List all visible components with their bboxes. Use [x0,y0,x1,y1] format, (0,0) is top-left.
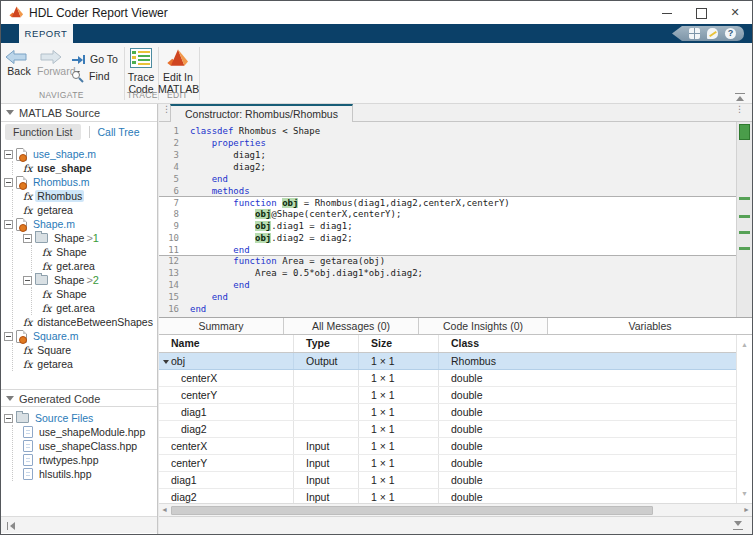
var-size: 1 × 1 [359,387,439,403]
collapse-ribbon-icon[interactable] [734,93,746,102]
matlab-file-icon [16,176,27,189]
code-text: obj@Shape(centerX,centerY); [179,208,401,220]
code-token: = Rhombus(diag1,diag2,centerX,centerY) [298,198,509,208]
find-button[interactable]: Find [71,70,117,83]
var-row-diag2[interactable]: diag21 × 1double [159,421,736,438]
horizontal-scrollbar[interactable]: ◄ ► [159,503,752,516]
tree-item-get-area[interactable]: fxget.area [42,259,157,273]
tree-item-label: Shape.m [31,218,77,230]
tree-item-use-shape-m[interactable]: use_shape.m [4,147,157,161]
code-text: obj.diag2 = diag2; [179,232,353,244]
document-icon [23,454,33,466]
var-row-centery[interactable]: centerYInput1 × 1double [159,455,736,472]
line-number: 8 [159,208,179,220]
tree-item-shape-2[interactable]: Shape > 2 [23,273,157,287]
tree-item-use-shapemodule-hpp[interactable]: use_shapeModule.hpp [23,425,157,439]
var-row-diag1[interactable]: diag11 × 1double [159,404,736,421]
close-button[interactable] [718,1,752,24]
tree-item-label: getarea [35,204,75,216]
tree-expander-icon [4,414,13,423]
tree-item-getarea[interactable]: fxgetarea [23,357,157,371]
document-icon [23,426,33,438]
function-icon: fx [23,163,32,174]
tree-item-hlsutils-hpp[interactable]: hlsutils.hpp [23,467,157,481]
var-name: centerY [159,455,294,471]
tab-strip-handle-icon[interactable]: ⋮ [162,107,167,119]
matlab-source-header[interactable]: MATLAB Source [1,104,157,122]
function-icon: fx [23,317,32,328]
ribbon-tab-report[interactable]: REPORT [19,24,73,43]
var-row-diag1[interactable]: diag1Input1 × 1double [159,472,736,489]
tab-variables[interactable]: Variables [548,318,752,334]
tree-children: use_shapeModule.hppuse_shapeClass.hpprtw… [12,425,157,481]
tab-code-insights-0[interactable]: Code Insights (0) [419,318,548,334]
tree-item-shape[interactable]: fxShape [42,245,157,259]
tree-item-label: get.area [54,302,97,314]
code-text: function Area = getarea(obj) [179,255,385,267]
tree-children: fxShapefxget.area [31,245,157,273]
tree-item-shape-1[interactable]: Shape > 1 [23,231,157,245]
tree-item-get-area[interactable]: fxget.area [42,301,157,315]
trace-annotation-bar[interactable] [736,122,752,317]
trace-highlight-obj[interactable]: obj [255,233,271,243]
tree-item-shape-m[interactable]: Shape.m [4,217,157,231]
minimize-button[interactable] [650,1,684,24]
var-size: 1 × 1 [359,489,439,503]
keyword: end [212,174,228,184]
tab-function-list[interactable]: Function List [5,124,81,140]
collapse-panel-left-icon[interactable] [7,522,16,530]
code-line-12: 12 function Area = getarea(obj) [159,255,736,267]
tree-item-rhombus-m[interactable]: Rhombus.m [4,175,157,189]
var-row-centerx[interactable]: centerX1 × 1double [159,370,736,387]
tree-children: fxuse_shape [12,161,157,175]
feedback-icon[interactable] [707,28,718,39]
tree-item-square[interactable]: fxSquare [23,343,157,357]
group-label-navigate: NAVIGATE [39,90,84,100]
forward-button[interactable]: Forward [35,49,69,77]
scroll-right-icon[interactable]: ► [743,506,750,513]
toolbar-separator [199,47,200,100]
scrollbar-thumb[interactable] [171,506,653,515]
tree-item-rhombus[interactable]: fxRhombus [23,189,157,203]
var-row-obj[interactable]: objOutput1 × 1Rhombus [159,353,736,370]
edit-in-matlab-button[interactable]: Edit In MATLAB [155,48,201,95]
var-row-centerx[interactable]: centerXInput1 × 1double [159,438,736,455]
keyword: end [233,280,249,290]
var-row-diag2[interactable]: diag2Input1 × 1double [159,489,736,503]
bottom-tabs: SummaryAll Messages (0)Code Insights (0)… [159,318,752,335]
tree-item-distancebetweenshapes[interactable]: fxdistanceBetweenShapes [23,315,157,329]
tree-item-use-shapeclass-hpp[interactable]: use_shapeClass.hpp [23,439,157,453]
layout-grid-icon[interactable] [689,28,700,39]
tree-item-rtwtypes-hpp[interactable]: rtwtypes.hpp [23,453,157,467]
trace-highlight-obj[interactable]: obj [255,221,271,231]
code-token [190,221,255,231]
tree-item-source-files[interactable]: Source Files [4,411,157,425]
tree-item-use-shape[interactable]: fxuse_shape [23,161,157,175]
tree-children: Shape > 1fxShapefxget.areaShape > 2fxSha… [12,231,157,329]
scroll-down-icon[interactable]: ▼ [737,490,752,497]
scroll-up-icon[interactable]: ▲ [737,341,752,348]
tab-summary[interactable]: Summary [159,318,284,334]
maximize-button[interactable] [684,1,718,24]
var-class: Rhombus [439,353,736,369]
var-row-centery[interactable]: centerY1 × 1double [159,387,736,404]
collapse-panel-down-icon[interactable] [732,521,744,530]
tab-overflow-menu-icon[interactable]: ⋮ [735,107,744,111]
trace-highlight-obj[interactable]: obj [282,198,298,208]
code-line-5: 5 end [159,173,736,185]
group-label-trace: TRACE [127,90,158,100]
tree-item-getarea[interactable]: fxgetarea [23,203,157,217]
scroll-left-icon[interactable]: ◄ [161,506,168,513]
tree-item-square-m[interactable]: Square.m [4,329,157,343]
line-number: 1 [159,125,179,137]
tree-item-shape[interactable]: fxShape [42,287,157,301]
help-icon[interactable] [725,28,736,39]
tab-call-tree[interactable]: Call Tree [98,126,140,138]
code-line-7: 7 function obj = Rhombus(diag1,diag2,cen… [159,196,736,208]
function-list-tree: use_shape.mfxuse_shapeRhombus.mfxRhombus… [1,144,157,390]
tab-all-messages-0[interactable]: All Messages (0) [284,318,419,334]
editor-tab-constructor[interactable]: Constructor: Rhombus/Rhombus [170,104,353,122]
back-button[interactable]: Back [5,49,33,77]
generated-code-header[interactable]: Generated Code [1,389,157,407]
trace-highlight-obj[interactable]: obj [255,209,271,219]
